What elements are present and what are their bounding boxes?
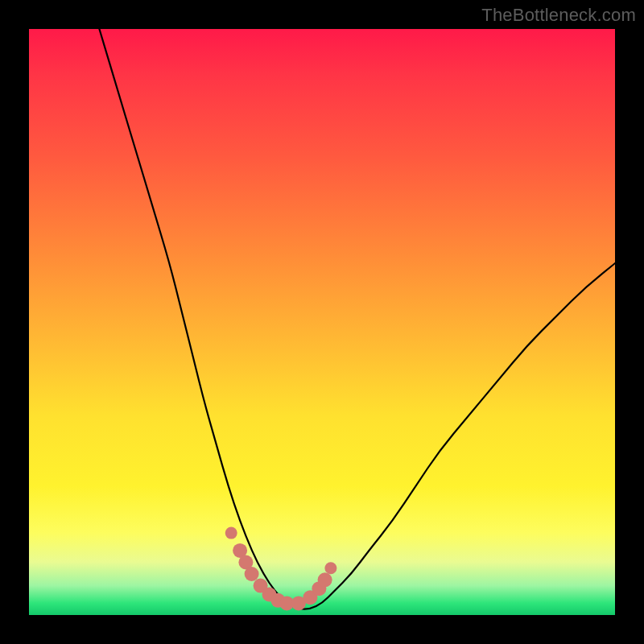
- marker-dot: [324, 562, 336, 574]
- chart-frame: TheBottleneck.com: [0, 0, 644, 644]
- marker-dot: [318, 572, 332, 587]
- watermark-text: TheBottleneck.com: [481, 5, 636, 26]
- marker-dot: [225, 527, 237, 539]
- marker-dot: [245, 567, 259, 581]
- plot-area: [29, 29, 615, 615]
- bottleneck-curve: [99, 29, 615, 609]
- curve-layer: [29, 29, 615, 615]
- curve-path: [99, 29, 615, 609]
- marker-points: [225, 527, 337, 611]
